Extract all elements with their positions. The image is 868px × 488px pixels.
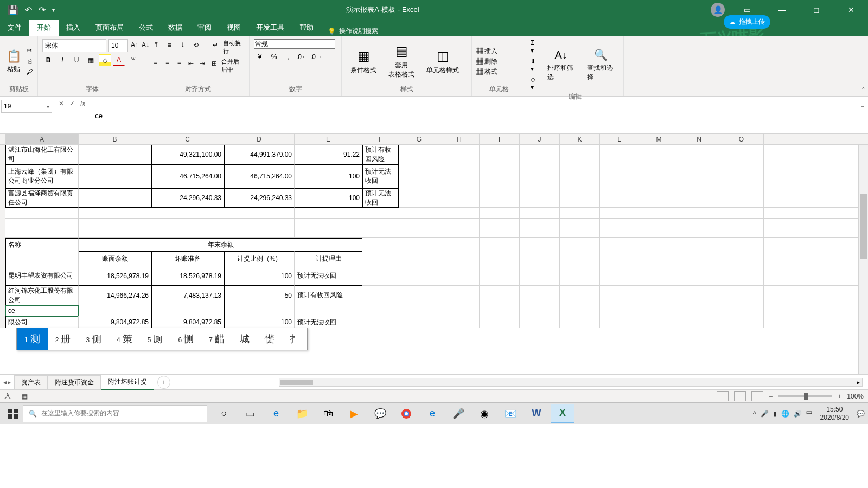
number-format-select[interactable] — [254, 39, 335, 49]
align-middle-icon[interactable]: ≡ — [164, 39, 175, 51]
cell[interactable] — [480, 316, 520, 328]
sheet-tab[interactable]: 资产表 — [14, 375, 48, 389]
cell[interactable]: 计提比例（%） — [224, 251, 295, 266]
delete-cells-button[interactable]: ▦ 删除 — [476, 57, 497, 66]
qat-dropdown-icon[interactable]: ▾ — [52, 7, 55, 13]
cell[interactable] — [79, 208, 151, 219]
close-button[interactable]: ✕ — [839, 0, 864, 20]
excel-icon[interactable]: X — [551, 404, 574, 423]
cell[interactable] — [480, 164, 520, 188]
cell[interactable] — [399, 266, 439, 286]
cell[interactable] — [600, 238, 639, 251]
cell[interactable]: ce — [5, 305, 79, 316]
column-header[interactable]: G — [399, 134, 439, 144]
sort-filter-button[interactable]: A↓排序和筛选 — [543, 47, 579, 84]
align-right-icon[interactable]: ≡ — [174, 57, 184, 69]
cell[interactable] — [639, 188, 679, 208]
cell[interactable] — [399, 305, 439, 316]
tab-page-layout[interactable]: 页面布局 — [88, 20, 131, 36]
cell[interactable]: 账面余额 — [79, 251, 151, 266]
cell[interactable] — [679, 145, 719, 164]
cell[interactable] — [439, 266, 480, 286]
tab-insert[interactable]: 插入 — [59, 20, 88, 36]
cell[interactable] — [520, 316, 560, 328]
cell[interactable] — [600, 266, 639, 286]
tab-file[interactable]: 文件 — [0, 20, 29, 36]
cell[interactable] — [520, 219, 560, 238]
cell[interactable]: 湛江市山海化工有限公司 — [5, 145, 79, 164]
row-header[interactable] — [0, 208, 5, 219]
cell[interactable] — [5, 208, 79, 219]
cell[interactable] — [719, 238, 764, 251]
cell[interactable] — [362, 238, 399, 251]
cell[interactable] — [151, 208, 224, 219]
cell[interactable] — [439, 286, 480, 305]
increase-font-icon[interactable]: A↑ — [130, 39, 139, 51]
cell[interactable]: 预计无法收回 — [295, 266, 362, 286]
sheet-nav-first-icon[interactable]: ◂ — [3, 378, 7, 386]
cell[interactable] — [480, 286, 520, 305]
row-header[interactable] — [0, 316, 5, 328]
cell[interactable] — [362, 266, 399, 286]
tab-formulas[interactable]: 公式 — [131, 20, 161, 36]
cell[interactable]: 14,966,274.26 — [79, 286, 151, 305]
add-sheet-button[interactable]: + — [157, 376, 170, 389]
cell[interactable]: 上海云峰（集团）有限公司商业分公司 — [5, 164, 79, 188]
cell[interactable] — [560, 164, 600, 188]
cell[interactable] — [79, 145, 151, 164]
cell[interactable] — [480, 188, 520, 208]
cell[interactable] — [719, 219, 764, 238]
cell[interactable] — [679, 305, 719, 316]
phonetic-icon[interactable]: ᵂ — [127, 54, 139, 66]
cell[interactable] — [439, 316, 480, 328]
row-header[interactable] — [0, 305, 5, 316]
account-avatar-icon[interactable]: 👤 — [711, 3, 725, 17]
cell[interactable] — [719, 145, 764, 164]
cell[interactable] — [399, 316, 439, 328]
cell[interactable] — [560, 208, 600, 219]
ime-candidate[interactable]: 6恻 — [170, 328, 201, 350]
cell[interactable] — [224, 305, 295, 316]
cell[interactable]: 计提理由 — [295, 251, 362, 266]
merge-button[interactable]: ⊞ — [209, 57, 219, 69]
cell[interactable] — [480, 208, 520, 219]
format-painter-icon[interactable]: 🖌 — [26, 68, 33, 76]
column-header[interactable]: K — [560, 134, 600, 144]
cell[interactable] — [224, 208, 295, 219]
cell[interactable] — [79, 164, 151, 188]
ime-candidate[interactable]: 7齰 — [201, 328, 232, 350]
fill-icon[interactable]: ⬇ ▾ — [531, 57, 540, 73]
cell[interactable] — [639, 316, 679, 328]
cell[interactable]: 50 — [224, 286, 295, 305]
align-bottom-icon[interactable]: ⤓ — [177, 39, 188, 51]
cell[interactable] — [439, 208, 480, 219]
cell[interactable] — [480, 305, 520, 316]
cell[interactable] — [399, 238, 439, 251]
page-break-view-icon[interactable] — [751, 391, 763, 401]
name-box[interactable]: 19 — [1, 100, 52, 113]
cell[interactable] — [719, 208, 764, 219]
cell[interactable] — [639, 266, 679, 286]
cell[interactable] — [560, 251, 600, 266]
cell[interactable] — [520, 164, 560, 188]
column-header[interactable]: M — [639, 134, 679, 144]
cell[interactable] — [295, 219, 362, 238]
column-header[interactable]: F — [362, 134, 399, 144]
increase-decimal-icon[interactable]: .0← — [296, 51, 308, 63]
tab-home[interactable]: 开始 — [29, 20, 59, 36]
cell[interactable] — [600, 219, 639, 238]
cell[interactable]: 预计有收回风险 — [362, 145, 399, 164]
italic-icon[interactable]: I — [56, 54, 68, 66]
cell[interactable] — [639, 251, 679, 266]
cell[interactable] — [79, 188, 151, 208]
cell[interactable] — [5, 219, 79, 238]
column-header[interactable]: L — [600, 134, 639, 144]
cell[interactable] — [151, 305, 224, 316]
cell[interactable] — [480, 238, 520, 251]
cell[interactable] — [399, 208, 439, 219]
fill-color-icon[interactable]: ◇ — [99, 54, 111, 66]
cell[interactable] — [600, 305, 639, 316]
cell[interactable]: 100 — [295, 164, 362, 188]
cell[interactable] — [639, 219, 679, 238]
cell[interactable] — [399, 145, 439, 164]
